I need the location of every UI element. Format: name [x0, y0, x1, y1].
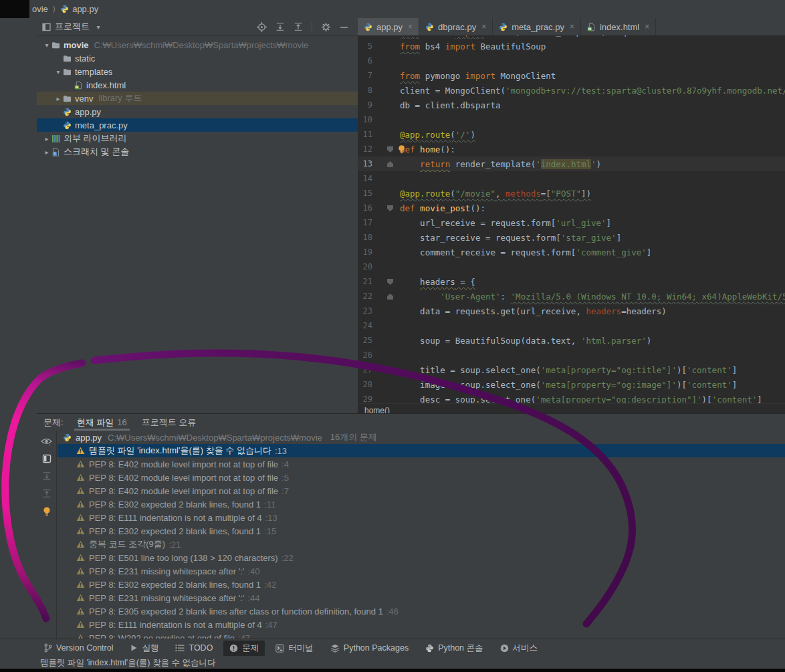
fold-marker-icon[interactable] [387, 279, 393, 285]
tree-item--[interactable]: ▸외부 라이브러리 [37, 132, 358, 145]
problem-item[interactable]: PEP 8: E302 expected 2 blank lines, foun… [58, 524, 785, 538]
code-line-21[interactable]: 21 headers = { [358, 274, 785, 289]
chevron-right-icon[interactable]: ▸ [42, 135, 51, 142]
gutter-fold-column [372, 362, 400, 377]
editor-tab-meta_prac.py[interactable]: meta_prac.py× [493, 18, 581, 35]
tab-close-icon[interactable]: × [570, 22, 574, 31]
problem-item[interactable]: 중복 코드 조각(9줄):21 [58, 538, 785, 551]
chevron-down-icon[interactable]: ▾ [42, 41, 51, 49]
editor-tab-dbprac.py[interactable]: dbprac.py× [419, 18, 493, 35]
code-editor[interactable]: 4from flask import Flask, render_templat… [358, 35, 785, 403]
tree-item--[interactable]: ▸스크래치 및 콘솔 [37, 145, 358, 158]
tree-item-templates[interactable]: ▾templates [37, 65, 358, 78]
toolbar-item--[interactable]: 문제 [223, 641, 265, 656]
settings-button[interactable] [321, 22, 331, 32]
fold-marker-icon[interactable] [387, 205, 393, 211]
fold-marker-icon[interactable] [387, 161, 393, 167]
code-line-13[interactable]: 13 return render_template('index.html') [358, 156, 785, 171]
problem-item[interactable]: PEP 8: E302 expected 2 blank lines, foun… [58, 578, 785, 591]
toolbar-item--[interactable]: 실행 [124, 641, 164, 656]
collapse-all-icon [42, 489, 51, 498]
python-icon [60, 5, 69, 13]
collapse-all-button[interactable] [294, 22, 303, 31]
tab-close-icon[interactable]: × [408, 22, 413, 31]
code-line-14[interactable]: 14 [358, 171, 785, 186]
problem-item[interactable]: PEP 8: E402 module level import not at t… [58, 457, 785, 471]
fold-marker-icon[interactable] [387, 294, 393, 300]
tree-item-meta_prac.py[interactable]: meta_prac.py [37, 118, 358, 132]
gutter-fold-column [372, 348, 400, 362]
code-line-10[interactable]: 10 [358, 112, 785, 127]
code-line-12[interactable]: 12def home(): [358, 142, 785, 156]
toolbar-item--[interactable]: 터미널 [269, 641, 320, 656]
toolbar-item-todo[interactable]: TODO [169, 641, 219, 655]
problem-item[interactable]: 템플릿 파일 'index.html'을(를) 찾을 수 없습니다:13 [58, 444, 785, 457]
code-line-25[interactable]: 25 soup = BeautifulSoup(data.text, 'html… [358, 333, 785, 348]
breadcrumb[interactable]: ovie⟩app.py [32, 4, 98, 14]
chevron-right-icon[interactable]: ▸ [53, 95, 63, 102]
fold-marker-icon[interactable] [387, 146, 393, 152]
toolbar-item-version-control[interactable]: Version Control [37, 641, 119, 655]
code-line-11[interactable]: 11@app.route('/') [358, 127, 785, 142]
code-line-6[interactable]: 6 [358, 53, 785, 68]
toolbar-item-label: 문제 [242, 643, 259, 654]
code-line-16[interactable]: 16def movie_post(): [358, 201, 785, 215]
hide-button[interactable] [340, 23, 348, 31]
chevron-down-icon[interactable]: ▾ [53, 68, 63, 76]
eye-button[interactable] [41, 437, 52, 446]
problem-item[interactable]: PEP 8: E501 line too long (138 > 120 cha… [58, 551, 785, 564]
editor-tab-index.html[interactable]: Hindex.html× [581, 18, 656, 35]
code-line-24[interactable]: 24 [358, 318, 785, 333]
preview-button[interactable] [42, 454, 51, 463]
code-line-5[interactable]: 5from bs4 import BeautifulSoup [358, 39, 785, 53]
code-line-23[interactable]: 23 data = requests.get(url_receive, head… [358, 304, 785, 318]
problems-tab-project-errors[interactable]: 프로젝트 오류 [142, 414, 197, 431]
problem-item[interactable]: PEP 8: E111 indentation is not a multipl… [58, 618, 785, 631]
gutter-fold-column [372, 245, 400, 259]
problem-item[interactable]: PEP 8: E305 expected 2 blank lines after… [58, 604, 785, 618]
expand-all-button[interactable] [42, 471, 51, 481]
breadcrumb-item[interactable]: ovie [32, 4, 48, 14]
problem-item[interactable]: PEP 8: E402 module level import not at t… [58, 471, 785, 484]
problem-item[interactable]: PEP 8: E302 expected 2 blank lines, foun… [58, 497, 785, 511]
tab-close-icon[interactable]: × [481, 22, 486, 31]
code-line-20[interactable]: 20 [358, 259, 785, 274]
problem-item[interactable]: PEP 8: E402 module level import not at t… [58, 484, 785, 497]
code-line-8[interactable]: 8client = MongoClient('mongodb+srv://tes… [358, 83, 785, 98]
toolbar-item--[interactable]: 서비스 [494, 641, 544, 656]
code-line-28[interactable]: 28 image = soup.select_one('meta[propert… [358, 377, 785, 392]
code-line-15[interactable]: 15@app.route("/movie", methods=["POST"]) [358, 186, 785, 201]
collapse-all-button[interactable] [42, 489, 51, 498]
toolbar-item-python-packages[interactable]: Python Packages [324, 641, 415, 655]
breadcrumb-item[interactable]: app.py [60, 4, 98, 14]
problems-tab-current-file[interactable]: 현재 파일16 [77, 414, 127, 431]
chevron-down-icon[interactable]: ▾ [94, 23, 103, 31]
code-line-18[interactable]: 18 star_receive = request.form['star_giv… [358, 230, 785, 245]
code-line-29[interactable]: 29 desc = soup.select_one('meta[property… [358, 392, 785, 403]
code-line-17[interactable]: 17 url_receive = request.form['url_give'… [358, 215, 785, 230]
code-line-19[interactable]: 19 comment_receive = request.form['comme… [358, 245, 785, 259]
problems-file-row[interactable]: app.pyC:₩Users₩schmi₩Desktop₩Sparta₩proj… [58, 431, 785, 444]
toolbar-item-python-[interactable]: Python 콘솔 [419, 641, 489, 656]
tab-close-icon[interactable]: × [645, 22, 649, 31]
locate-button[interactable] [257, 22, 267, 32]
tree-item-venv[interactable]: ▸venvlibrary 루트 [37, 92, 358, 105]
problem-item[interactable]: PEP 8: E111 indentation is not a multipl… [58, 511, 785, 524]
code-line-9[interactable]: 9db = client.dbsparta [358, 98, 785, 112]
editor-tab-app.py[interactable]: app.py× [358, 18, 419, 35]
expand-all-button[interactable] [275, 22, 285, 31]
problem-item[interactable]: PEP 8: E231 missing whitespace after ':'… [58, 564, 785, 578]
tree-item-static[interactable]: static [37, 51, 358, 65]
project-panel-title[interactable]: 프로젝트 [55, 21, 90, 33]
code-line-26[interactable]: 26 [358, 348, 785, 362]
code-line-7[interactable]: 7from pymongo import MongoClient [358, 68, 785, 83]
intention-bulb-icon[interactable] [397, 144, 406, 156]
bulb-button[interactable] [42, 506, 51, 517]
problem-item[interactable]: PEP 8: E231 missing whitespace after ':'… [58, 591, 785, 604]
tree-item-index.html[interactable]: Hindex.html [37, 78, 358, 92]
chevron-right-icon[interactable]: ▸ [42, 148, 51, 156]
tree-item-app.py[interactable]: app.py [37, 105, 358, 118]
tree-item-movie[interactable]: ▾movieC:₩Users₩schmi₩Desktop₩Sparta₩proj… [37, 38, 358, 51]
code-line-22[interactable]: 22 'User-Agent': 'Mozilla/5.0 (Windows N… [358, 289, 785, 304]
code-line-27[interactable]: 27 title = soup.select_one('meta[propert… [358, 362, 785, 377]
